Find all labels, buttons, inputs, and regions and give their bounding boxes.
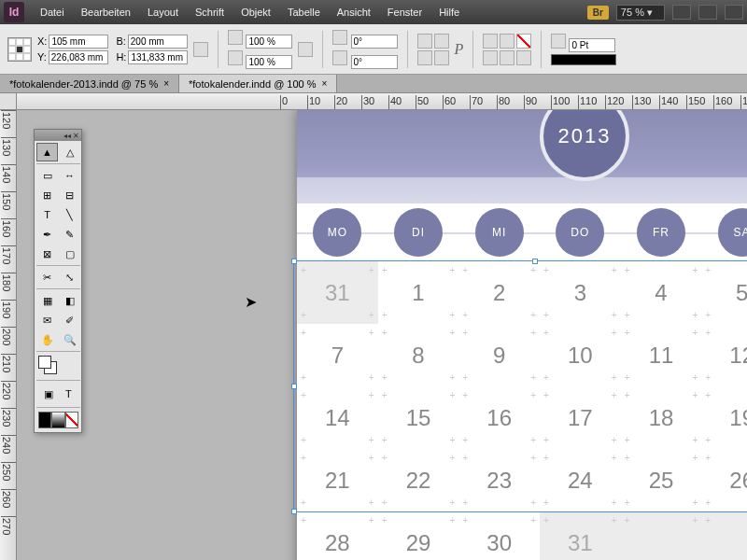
- page-tool[interactable]: ▭: [36, 166, 58, 185]
- close-tab-icon[interactable]: ×: [322, 78, 328, 89]
- bridge-button[interactable]: Br: [587, 6, 609, 20]
- w-input[interactable]: [128, 35, 188, 49]
- menu-fenster[interactable]: Fenster: [379, 3, 430, 21]
- scale-x-icon: [228, 30, 243, 45]
- menu-datei[interactable]: Datei: [32, 3, 73, 21]
- calendar-cell: ++++4: [621, 261, 702, 324]
- calendar-cell: ++++26: [701, 449, 747, 511]
- calendar-cell: ++++19: [701, 386, 747, 449]
- w-label: B:: [116, 35, 125, 47]
- select-content-icon[interactable]: [500, 34, 514, 49]
- h-input[interactable]: [128, 50, 188, 64]
- eyedropper-tool[interactable]: ✐: [59, 311, 80, 329]
- apply-gradient[interactable]: [51, 412, 64, 428]
- workspace: 0102030405060708090100110120130140150160…: [0, 93, 747, 560]
- calendar-header-image: 2013: [297, 110, 747, 203]
- mouse-cursor: ➤: [245, 293, 257, 311]
- content-collector-tool[interactable]: ⊞: [36, 186, 58, 204]
- arrange-documents-button[interactable]: [725, 5, 743, 20]
- weekday-fr: FR: [637, 208, 685, 257]
- fill-stroke-swatch[interactable]: [38, 356, 59, 376]
- zoom-level-select[interactable]: 75 % ▾: [616, 5, 665, 21]
- rotate-ccw-icon[interactable]: [417, 50, 432, 65]
- rotation-input[interactable]: [351, 35, 398, 49]
- select-next-icon[interactable]: [500, 50, 514, 65]
- flip-h-icon[interactable]: [434, 34, 449, 49]
- menu-bearbeiten[interactable]: Bearbeiten: [73, 3, 139, 21]
- select-prev-icon[interactable]: [483, 50, 498, 65]
- rectangle-tool[interactable]: ▢: [59, 245, 80, 263]
- vertical-ruler[interactable]: 1201301401501601701801902002102202302402…: [0, 110, 17, 560]
- canvas[interactable]: ◂◂ ✕ ▲△▭↔⊞⊟T╲✒✎⊠▢✂⤡▦◧✉✐✋🔍▣T 2013 MODIMID…: [17, 110, 747, 560]
- stroke-swatch-icon[interactable]: [516, 50, 531, 65]
- y-input[interactable]: [49, 50, 108, 64]
- calendar-cell: ++++21: [297, 449, 378, 511]
- menu-layout[interactable]: Layout: [139, 3, 187, 21]
- gradient-feather-tool[interactable]: ◧: [59, 291, 80, 310]
- rotate-cw-icon[interactable]: [417, 34, 432, 49]
- gap-tool[interactable]: ↔: [59, 166, 80, 185]
- tab-fotokalender[interactable]: *fotokalender.indd @ 100 %×: [179, 75, 337, 92]
- horizontal-ruler[interactable]: 0102030405060708090100110120130140150160…: [17, 93, 747, 110]
- note-tool[interactable]: ✉: [36, 311, 58, 329]
- scale-y-input[interactable]: [246, 55, 292, 69]
- x-input[interactable]: [49, 35, 108, 49]
- free-transform-tool[interactable]: ⤡: [59, 268, 80, 287]
- menu-objekt[interactable]: Objekt: [233, 3, 279, 21]
- content-placer-tool[interactable]: ⊟: [59, 186, 80, 204]
- scale-x-input[interactable]: [246, 35, 292, 49]
- selection-tool[interactable]: ▲: [36, 143, 58, 161]
- pencil-tool[interactable]: ✎: [59, 225, 80, 244]
- hand-tool[interactable]: ✋: [36, 330, 58, 349]
- toolbox-header[interactable]: ◂◂ ✕: [35, 130, 81, 141]
- gradient-swatch-tool[interactable]: ▦: [36, 291, 58, 310]
- ruler-origin[interactable]: [0, 93, 17, 110]
- type-tool[interactable]: T: [36, 205, 58, 224]
- select-container-icon[interactable]: [483, 34, 498, 49]
- shear-icon: [332, 50, 347, 65]
- line-tool[interactable]: ╲: [59, 205, 80, 224]
- calendar-cell: ++++2: [458, 261, 540, 324]
- zoom-tool[interactable]: 🔍: [59, 330, 80, 349]
- screen-mode-button[interactable]: [698, 5, 717, 20]
- weekday-do: DO: [556, 208, 604, 257]
- scale-y-icon: [228, 50, 243, 65]
- close-tab-icon[interactable]: ×: [163, 78, 169, 89]
- view-options-button[interactable]: [672, 5, 691, 20]
- calendar-cell: ++++5: [701, 261, 747, 324]
- stroke-weight-input[interactable]: [569, 38, 615, 52]
- calendar-cell: ++++16: [458, 386, 540, 449]
- constrain-scale-icon[interactable]: [298, 42, 313, 57]
- menu-schrift[interactable]: Schrift: [187, 3, 233, 21]
- menu-tabelle[interactable]: Tabelle: [279, 3, 329, 21]
- rotation-icon: [332, 30, 347, 45]
- calendar-cell: ++++31: [297, 261, 378, 324]
- rectangle-frame-tool[interactable]: ⊠: [36, 245, 58, 263]
- direct-selection-tool[interactable]: △: [59, 143, 80, 161]
- menu-ansicht[interactable]: Ansicht: [329, 3, 379, 21]
- menu-hilfe[interactable]: Hilfe: [430, 3, 468, 21]
- weekday-mo: MO: [313, 208, 361, 257]
- weekday-di: DI: [394, 208, 443, 257]
- shear-input[interactable]: [351, 55, 398, 69]
- constrain-proportions-icon[interactable]: [193, 42, 208, 57]
- preview-mode[interactable]: T: [59, 385, 79, 403]
- pen-tool[interactable]: ✒: [36, 225, 58, 244]
- document-page: 2013 MODIMIDOFRSA ++++31++++1++++2++++3+…: [297, 110, 747, 560]
- menu-bar: Id Datei Bearbeiten Layout Schrift Objek…: [0, 0, 747, 24]
- tab-fotokalender-2013[interactable]: *fotokalender-2013.indd @ 75 %×: [0, 75, 179, 92]
- fill-none-icon[interactable]: [516, 34, 531, 49]
- apply-color-black[interactable]: [38, 412, 51, 428]
- normal-view-mode[interactable]: ▣: [38, 385, 59, 403]
- calendar-cell: ++++10: [540, 324, 621, 386]
- stroke-style-select[interactable]: [551, 54, 616, 65]
- toolbox-panel: ◂◂ ✕ ▲△▭↔⊞⊟T╲✒✎⊠▢✂⤡▦◧✉✐✋🔍▣T: [34, 129, 82, 433]
- calendar-cell: ++++3: [540, 261, 621, 324]
- apply-none[interactable]: [65, 412, 78, 428]
- x-label: X:: [37, 35, 47, 47]
- flip-v-icon[interactable]: [434, 50, 449, 65]
- character-mode-icon[interactable]: P: [455, 41, 464, 58]
- calendar-cell: ++++23: [458, 449, 540, 511]
- reference-point-grid[interactable]: [7, 37, 32, 62]
- scissors-tool[interactable]: ✂: [36, 268, 58, 287]
